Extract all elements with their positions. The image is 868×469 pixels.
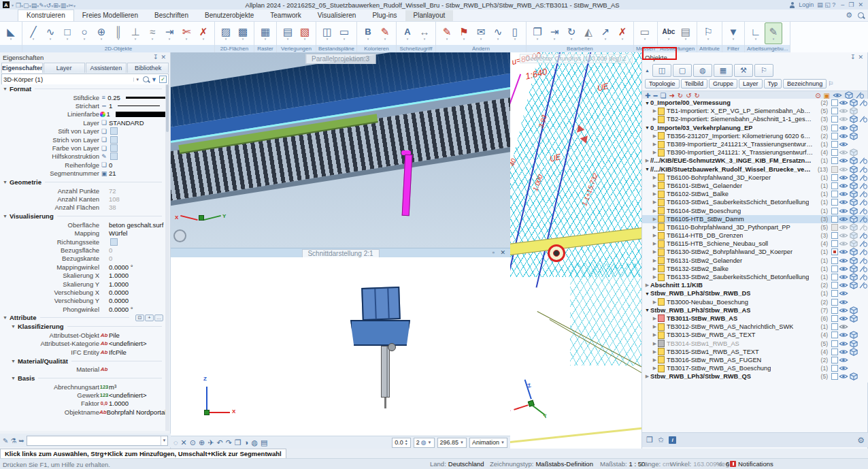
select-checkbox[interactable] — [831, 141, 838, 148]
command-input[interactable]: ▼ — [27, 436, 168, 446]
visibility-eye-icon[interactable] — [838, 365, 848, 372]
slash-zero-icon[interactable] — [858, 166, 868, 173]
tools-icon[interactable]: ✂ — [68, 2, 73, 9]
tree-row[interactable]: ▶TB6105-HTB_StBw_Damm (3) — [642, 215, 868, 223]
property-value[interactable]: 0.25 — [107, 94, 120, 101]
fill-icon[interactable]: ▩▾ — [235, 23, 251, 44]
property-value[interactable]: Würfel — [109, 229, 127, 237]
tree-row[interactable]: ▶TB389-Importiertz_241121:X_Trassierungs… — [642, 140, 868, 148]
select-checkbox[interactable] — [831, 248, 838, 255]
property-value[interactable]: 0.0000 — [109, 289, 129, 296]
visibility-eye-icon[interactable] — [838, 99, 848, 106]
tree-row[interactable]: ▼Stbw_RWB_LPh3/Stbw_RWB_AS (7) — [642, 306, 868, 314]
property-value[interactable]: 1.0000 — [109, 280, 129, 288]
tree-row[interactable]: ▶TB3015-StBw1_RWB_AS_TEXT (4) — [642, 348, 868, 356]
select-checkbox[interactable] — [831, 191, 838, 197]
line-icon[interactable]: ╱▾ — [25, 23, 41, 44]
3d-cube-icon[interactable] — [848, 132, 858, 140]
favorite-icon[interactable]: ✩ — [658, 436, 664, 444]
scan-icon[interactable]: ◫▾ — [319, 23, 335, 44]
checkbox[interactable] — [110, 127, 118, 135]
select-checkbox[interactable] — [831, 182, 838, 189]
pan-icon[interactable]: ⊕ — [199, 438, 205, 447]
chip-gruppe[interactable]: Gruppe — [709, 79, 737, 88]
tree-row[interactable]: ▶Stbw_RWB_LPh3/Stbw_RWB_QS (5) — [642, 372, 868, 381]
3d-cube-icon[interactable] — [848, 207, 858, 215]
select-checkbox[interactable] — [831, 307, 838, 314]
select-checkbox[interactable] — [831, 232, 838, 239]
tree-row[interactable]: ▶TB390-Importiert_241121: X_Trassierungs… — [642, 148, 868, 157]
visibility-eye-icon[interactable] — [838, 282, 848, 289]
copy-icon[interactable]: ❐▾ — [529, 23, 546, 44]
visibility-eye-icon[interactable] — [838, 373, 848, 380]
tag-icon[interactable]: ⚐ — [828, 80, 833, 87]
group-icon[interactable]: ◍ — [693, 64, 712, 77]
tree-row[interactable]: ▼0_Importe/03_Verkehrplanung_EP (3) — [642, 124, 868, 132]
tree-row[interactable]: ▶TB1-Importiert: X_EP_VG_LP_Siemensbahn_… — [642, 107, 868, 115]
select-checkbox[interactable] — [831, 224, 838, 231]
property-value[interactable]: 1.0000 — [109, 272, 129, 279]
visibility-eye-icon[interactable] — [838, 149, 848, 156]
slash-zero-icon[interactable] — [858, 274, 868, 280]
visibility-eye-icon[interactable] — [838, 224, 848, 231]
property-value[interactable]: 1.0000 — [109, 400, 129, 407]
select-checkbox[interactable] — [831, 365, 838, 372]
select-checkbox[interactable] — [831, 166, 838, 173]
rectangle-icon[interactable]: □▾ — [59, 23, 76, 44]
select-checkbox[interactable] — [831, 349, 838, 355]
3d-cube-icon[interactable] — [848, 115, 858, 123]
property-value[interactable]: 0.0000 ° — [109, 306, 133, 313]
tab-bibliothek[interactable]: Bibliothek — [127, 63, 169, 73]
3d-cube-icon[interactable] — [848, 281, 858, 289]
panel-settings-gear-icon[interactable]: ⚙ — [857, 436, 865, 445]
visibility-eye-icon[interactable] — [838, 274, 848, 280]
slash-zero-icon[interactable] — [858, 182, 868, 189]
tree-row[interactable]: ▶TB3012-StBw_RWB_AS_Nachrichtlich_SWK (1… — [642, 323, 868, 331]
section-header[interactable]: ▼Attribute ⊡+… — [0, 313, 166, 322]
offset-icon[interactable]: ⇥▾ — [546, 23, 563, 44]
select-region-icon[interactable]: ◌ — [173, 438, 178, 447]
tiles-icon[interactable]: ▤▾ — [280, 23, 296, 44]
slash-zero-icon[interactable] — [858, 240, 868, 247]
visibility-eye-icon[interactable] — [838, 182, 848, 189]
tree-row[interactable]: ▶TB3014-StBw1_RWB_AS (5) — [642, 339, 868, 347]
tree-row[interactable]: ▶TB6115-HTB_Schiene_Neubau_soll (4) — [642, 240, 868, 248]
tags-icon[interactable]: ⚐▾ — [700, 23, 716, 44]
door-icon[interactable]: ▯▾ — [507, 23, 523, 44]
list-icon[interactable]: ▤ — [261, 438, 267, 447]
visibility-eye-icon[interactable] — [838, 216, 848, 223]
viewport-window-controls[interactable]: ▫ ✕ — [493, 249, 507, 256]
3d-cube-icon[interactable] — [848, 273, 858, 281]
visibility-eye-icon[interactable] — [838, 116, 848, 123]
setup-icon[interactable]: ◣▾ — [3, 23, 19, 44]
tree-row[interactable]: ▶TB6101-StBw1_Gelaender (1) — [642, 182, 868, 190]
slash-zero-icon[interactable] — [858, 191, 868, 197]
slash-zero-icon[interactable] — [858, 248, 868, 255]
tree-row[interactable]: ▶TB6130-StBw2_Bohrpfahlwand_3D_Koerper (… — [642, 248, 868, 256]
checkbox[interactable] — [110, 152, 118, 160]
open-icon[interactable]: ▢ — [23, 2, 29, 9]
3d-cube-icon[interactable] — [848, 314, 858, 323]
spline-icon[interactable]: ∿▾ — [42, 23, 59, 44]
property-value[interactable]: <undefiniert> — [109, 391, 146, 399]
tree-row[interactable]: ▶TB2-Importiert: Siemensbahn_Abschnitt_1… — [642, 115, 868, 123]
property-value[interactable]: m³ — [109, 383, 116, 391]
viewport-rotated-plan[interactable]: u=80.001:6403.93UEUE401.0001.1+15.732 Ge… — [510, 52, 643, 449]
property-value[interactable]: <undefiniert> — [109, 340, 146, 347]
visibility-eye-icon[interactable] — [838, 174, 848, 181]
tree-row[interactable]: ▶TB3017-StBw_RWB_AS_Boeschung (1) — [642, 364, 868, 372]
tab-eigenschaften[interactable]: Eigenschaften — [1, 63, 43, 73]
property-value[interactable]: 0.0000 — [109, 297, 129, 304]
tree-row[interactable]: ▶//.../KIB/EUE-SchmutzWK_3_INGE_KIB_FM_E… — [642, 157, 868, 165]
shop-icon[interactable]: ◱ — [824, 1, 831, 8]
drawing-mode-select[interactable]: Animation▼ — [469, 438, 507, 448]
3d-cube-icon[interactable] — [848, 198, 858, 206]
screen-icon[interactable]: ▤ — [817, 1, 823, 8]
3d-cube-icon[interactable] — [848, 248, 858, 256]
zoom-icon[interactable]: ⊙ — [190, 438, 196, 447]
visibility-eye-icon[interactable] — [838, 166, 848, 173]
slash-zero-icon[interactable] — [858, 265, 868, 272]
visibility-eye-icon[interactable] — [838, 331, 848, 338]
chip-typ[interactable]: Typ — [764, 79, 782, 88]
status-field[interactable]: Zeichnungstyp:Maßstabs-Definition — [490, 460, 593, 468]
